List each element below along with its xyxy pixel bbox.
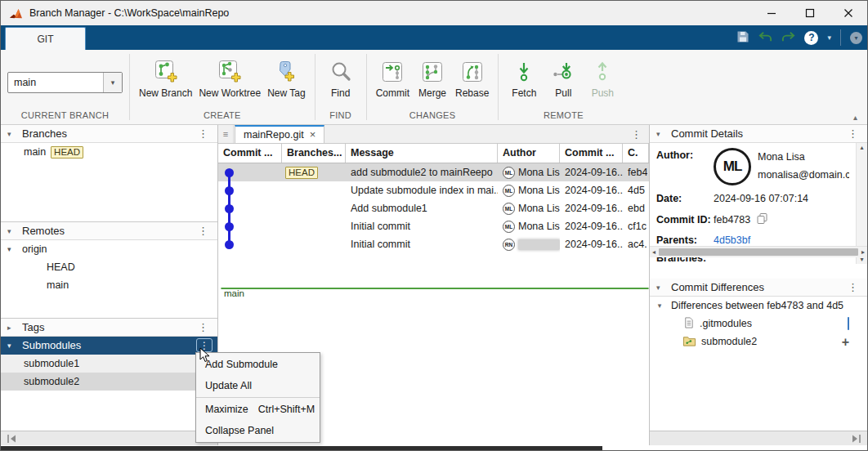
commit-dot — [225, 222, 234, 231]
maximize-button[interactable] — [790, 1, 829, 25]
scroll-right-icon[interactable]: ▸ — [861, 248, 867, 256]
menu-item-collapse-panel[interactable]: Collapse Panel — [196, 420, 320, 441]
toolstrip: main ▾ CURRENT BRANCH New Branch New Wor… — [1, 50, 867, 125]
submodules-panel-title: Submodules — [22, 339, 196, 351]
new-tag-button[interactable]: New Tag — [265, 56, 307, 99]
diff-file-gitmodules[interactable]: .gitmodules — [650, 315, 867, 333]
toolbar-options-icon[interactable]: ▾ — [850, 32, 862, 44]
table-row[interactable]: Initial commit MLMona Lis 2024-09-16... … — [218, 217, 649, 235]
collapse-remotes-icon[interactable]: ▾ — [7, 227, 22, 235]
collapse-submodules-icon[interactable]: ▾ — [7, 342, 22, 350]
table-row[interactable]: Update submodule index in mai... MLMona … — [218, 181, 649, 199]
commit-details-header: ▾ Commit Details ⋮ — [650, 125, 867, 143]
collapse-details-icon[interactable]: ▾ — [656, 130, 671, 138]
parent-commit-link[interactable]: 4d5b3bf — [714, 234, 750, 246]
find-button[interactable]: Find — [322, 56, 360, 99]
diff-file-submodule2[interactable]: submodule2 + — [650, 333, 867, 351]
new-branch-button[interactable]: New Branch — [136, 56, 195, 99]
details-menu-icon[interactable]: ⋮ — [843, 127, 862, 140]
commit-differences-panel: ▾ Commit Differences ⋮ ▾ Differences bet… — [650, 279, 867, 351]
submodule-item-2[interactable]: submodule2 — [1, 373, 217, 391]
submodule-item-1[interactable]: submodule1 — [1, 355, 217, 373]
hscroll-thumb[interactable] — [659, 248, 858, 256]
remotes-panel: ▾ Remotes ⋮ ▾ origin HEAD main — [1, 222, 217, 294]
save-icon[interactable] — [736, 30, 749, 46]
fetch-button[interactable]: Fetch — [505, 56, 543, 99]
matlab-logo-icon — [9, 7, 23, 20]
branch-item-main[interactable]: main HEAD — [1, 143, 217, 161]
remote-item-head[interactable]: HEAD — [1, 258, 217, 276]
redo-icon[interactable] — [781, 31, 795, 45]
diff-file-name: .gitmodules — [700, 318, 752, 329]
parents-label: Parents: — [656, 234, 697, 246]
push-button[interactable]: Push — [584, 56, 621, 99]
submodules-panel-header: ▾ Submodules ⋮ — [1, 337, 217, 355]
sidebar-collapse-bar[interactable] — [1, 431, 217, 445]
menu-item-maximize[interactable]: Maximize Ctrl+Shift+M — [196, 399, 320, 420]
column-commit-date[interactable]: Commit ... — [560, 144, 623, 163]
commit-differences-title: Commit Differences — [671, 281, 843, 293]
scroll-up-icon[interactable]: ▴ — [860, 144, 863, 151]
history-menu-icon[interactable]: ⋮ — [624, 125, 649, 143]
scroll-left-icon[interactable]: ◂ — [650, 248, 655, 256]
tabbar-menu-icon[interactable]: ≡ — [218, 125, 234, 143]
remote-item-main[interactable]: main — [1, 276, 217, 294]
combobox-caret-icon[interactable]: ▾ — [103, 73, 122, 92]
collapse-differences-icon[interactable]: ▾ — [656, 284, 671, 292]
table-row[interactable]: Initial commit RN 2024-09-16... ac4. — [218, 235, 649, 253]
merge-button[interactable]: Merge — [414, 56, 451, 99]
commit-message: add submodule2 to mainReepo — [351, 167, 493, 178]
collapse-origin-icon[interactable]: ▾ — [7, 245, 22, 253]
remote-item-origin[interactable]: ▾ origin — [1, 240, 217, 258]
window-title: Branch Manager - C:\WorkSpace\mainRepo — [29, 7, 229, 19]
background-window-sliver — [1, 446, 602, 450]
column-commit-id[interactable]: C. — [623, 144, 649, 163]
rebase-button[interactable]: Rebase — [453, 56, 491, 99]
copy-icon[interactable] — [756, 212, 768, 227]
commit-button[interactable]: Commit — [374, 56, 412, 99]
find-icon — [329, 56, 352, 87]
collapse-diff-tree-icon[interactable]: ▾ — [653, 301, 666, 310]
file-icon — [682, 316, 695, 332]
remotes-menu-icon[interactable]: ⋮ — [194, 225, 213, 237]
commit-id-value: feb4783 — [714, 214, 750, 226]
column-branches[interactable]: Branches... — [282, 144, 346, 163]
branches-menu-icon[interactable]: ⋮ — [194, 127, 213, 140]
differences-root-row[interactable]: ▾ Differences between feb4783 and 4d5 — [650, 297, 867, 315]
differences-menu-icon[interactable]: ⋮ — [843, 281, 862, 293]
collapse-branches-icon[interactable]: ▾ — [7, 130, 22, 138]
branches-panel: ▾ Branches ⋮ main HEAD — [1, 125, 217, 221]
tags-menu-icon[interactable]: ⋮ — [194, 321, 213, 333]
commit-id: ac4. — [628, 239, 647, 250]
commit-date: 2024-09-16... — [565, 203, 623, 214]
push-icon — [592, 56, 613, 87]
table-row[interactable]: Add submodule1 MLMona Lis 2024-09-16... … — [218, 199, 649, 217]
expand-tags-icon[interactable]: ▸ — [7, 324, 22, 332]
menu-item-add-submodule[interactable]: Add Submodule — [196, 354, 320, 375]
help-dropdown-icon[interactable]: ▾ — [827, 33, 831, 42]
collapse-ribbon-icon[interactable]: ▴ — [853, 113, 857, 122]
help-icon[interactable]: ? — [804, 31, 818, 45]
titlebar: Branch Manager - C:\WorkSpace\mainRepo — [1, 1, 867, 25]
minimize-button[interactable] — [752, 1, 790, 25]
column-commit-graph[interactable]: Commit ... — [218, 144, 282, 163]
commit-message: Initial commit — [351, 221, 410, 232]
undo-icon[interactable] — [758, 31, 772, 45]
tab-mainrepo[interactable]: mainRepo.git × — [235, 125, 324, 143]
column-author[interactable]: Author — [498, 144, 560, 163]
close-button[interactable] — [829, 1, 867, 25]
current-branch-combobox[interactable]: main ▾ — [7, 72, 123, 93]
tab-close-icon[interactable]: × — [310, 131, 316, 139]
bottom-strip — [1, 445, 867, 450]
rightpane-collapse-bar[interactable] — [650, 431, 867, 445]
table-row[interactable]: HEAD main add submodule2 to mainReepo ML… — [218, 163, 649, 181]
tab-git[interactable]: GIT — [5, 27, 86, 50]
column-message[interactable]: Message — [346, 144, 498, 163]
commit-message: Add submodule1 — [351, 203, 427, 214]
new-worktree-button[interactable]: New Worktree — [196, 56, 263, 99]
commit-date: 2024-09-16... — [565, 221, 623, 232]
menu-item-update-all[interactable]: Update All — [196, 375, 320, 396]
remotes-panel-header: ▾ Remotes ⋮ — [1, 222, 217, 240]
pull-button[interactable]: Pull — [544, 56, 582, 99]
details-hscrollbar[interactable]: ◂ ▸ — [650, 246, 867, 257]
